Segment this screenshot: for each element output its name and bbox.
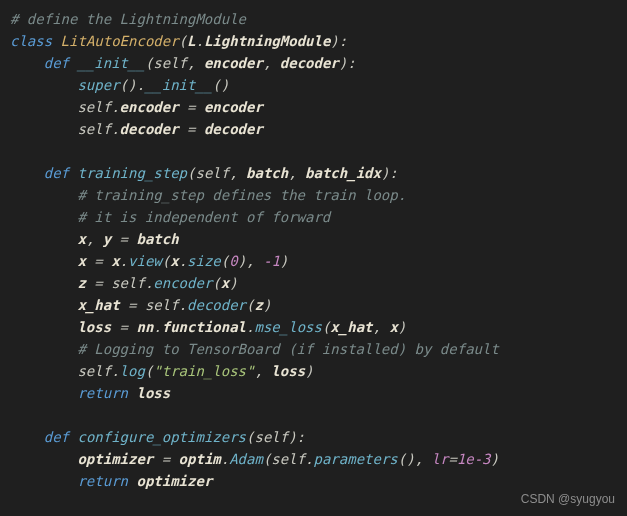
class-name: LitAutoEncoder xyxy=(61,33,179,49)
fn-training-step: training_step xyxy=(77,165,187,181)
fn-init: __init__ xyxy=(77,55,144,71)
kw-def: def xyxy=(44,55,69,71)
kw-class: class xyxy=(10,33,52,49)
watermark: CSDN @syugyou xyxy=(521,488,615,510)
fn-configure-optimizers: configure_optimizers xyxy=(77,429,246,445)
code-block: # define the LightningModule class LitAu… xyxy=(0,0,627,500)
comment: # define the LightningModule xyxy=(10,11,246,27)
